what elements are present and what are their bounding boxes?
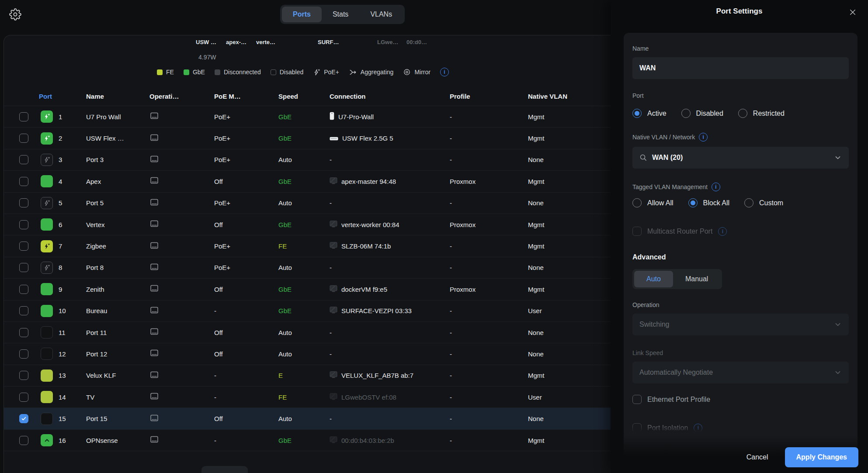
row-checkbox[interactable] xyxy=(19,436,28,445)
row-checkbox[interactable] xyxy=(19,371,28,380)
device-label: USW … xyxy=(196,39,216,45)
info-icon[interactable]: i xyxy=(440,68,449,76)
port-status-icon xyxy=(41,154,53,166)
radio-disabled-control[interactable] xyxy=(681,109,691,118)
switch-device-icon xyxy=(149,349,159,357)
name-input-value: WAN xyxy=(639,64,656,72)
column-header-native-vlan[interactable]: Native VLAN xyxy=(523,93,611,100)
table-row[interactable]: 15Port 15OffAuto--None xyxy=(4,408,611,429)
table-row[interactable]: 9ZenithOffGbEdockerVM f9:e5ProxmoxMgmt xyxy=(4,279,611,300)
port-name: Bureau xyxy=(81,307,144,314)
link-speed-select[interactable]: Automatically Negotiate xyxy=(632,362,849,383)
multicast-checkbox[interactable] xyxy=(632,227,642,236)
connection-name: SURFACE-VEZPI 03:33 xyxy=(341,307,412,314)
connection-name: - xyxy=(330,156,332,163)
table-row[interactable]: 2USW Flex …PoE+GbEUSW Flex 2.5G 5-Mgmt xyxy=(4,128,611,149)
radio-block-all-control[interactable] xyxy=(688,198,698,207)
table-row[interactable]: 14TV-FELGwebOSTV ef:08-User xyxy=(4,387,611,408)
apply-changes-button[interactable]: Apply Changes xyxy=(785,447,858,467)
port-status-icon xyxy=(41,240,53,252)
ethernet-profile-checkbox[interactable] xyxy=(632,395,642,404)
settings-gear-icon[interactable] xyxy=(8,7,23,22)
table-row[interactable]: 1U7 Pro WallPoE+GbEU7-Pro-Wall-Mgmt xyxy=(4,106,611,128)
port-isolation-checkbox[interactable] xyxy=(632,423,642,432)
info-icon[interactable]: i xyxy=(699,133,708,142)
column-header-speed[interactable]: Speed xyxy=(273,93,324,100)
table-row[interactable]: 10Bureau-GbESURFACE-VEZPI 03:33-User xyxy=(4,300,611,322)
poe-mode: PoE+ xyxy=(209,199,273,207)
table-row[interactable]: 8Port 8PoE+Auto--None xyxy=(4,257,611,279)
column-header-profile[interactable]: Profile xyxy=(444,93,523,100)
row-checkbox[interactable] xyxy=(19,263,28,272)
auto-toggle-option[interactable]: Auto xyxy=(634,271,673,287)
port-number: 2 xyxy=(56,135,81,142)
operation-select[interactable]: Switching xyxy=(632,314,849,335)
port-name: Port 12 xyxy=(81,350,144,358)
table-row[interactable]: 4ApexOffGbEapex-master 94:48ProxmoxMgmt xyxy=(4,171,611,192)
table-row[interactable]: 5Port 5PoE+Auto--None xyxy=(4,193,611,214)
radio-allow-all-control[interactable] xyxy=(632,198,642,207)
poe-mode: - xyxy=(209,372,273,379)
port-status-icon xyxy=(41,197,53,209)
switch-device-icon xyxy=(149,220,159,228)
table-row[interactable]: 16OPNsense-GbE00:d0:b4:03:be:2b-Mgmt xyxy=(4,430,611,451)
pagination-button-partial[interactable] xyxy=(201,466,248,473)
tab-ports[interactable]: Ports xyxy=(282,7,322,22)
column-header-name[interactable]: Name xyxy=(81,93,144,100)
connection-icon xyxy=(330,393,337,401)
row-checkbox[interactable] xyxy=(19,414,28,423)
row-checkbox[interactable] xyxy=(19,220,28,229)
name-input[interactable]: WAN xyxy=(632,57,849,79)
radio-custom-control[interactable] xyxy=(744,198,753,207)
column-header-connection[interactable]: Connection xyxy=(324,93,444,100)
table-row[interactable]: 7ZigbeePoE+FESLZB-06M 74:1b-Mgmt xyxy=(4,235,611,257)
row-checkbox[interactable] xyxy=(19,134,28,143)
column-header-operation[interactable]: Operati… xyxy=(144,93,209,100)
row-checkbox[interactable] xyxy=(19,349,28,359)
port-isolation-checkbox-row[interactable]: Port Isolation i xyxy=(632,423,849,432)
radio-allow-all[interactable]: Allow All xyxy=(632,198,674,207)
row-checkbox[interactable] xyxy=(19,177,28,186)
ethernet-port-profile-checkbox-row[interactable]: Ethernet Port Profile xyxy=(632,395,849,404)
row-checkbox[interactable] xyxy=(19,112,28,121)
native-vlan-select[interactable]: WAN (20) xyxy=(632,147,849,169)
row-checkbox[interactable] xyxy=(19,155,28,164)
table-row[interactable]: 6VertexOffGbEvertex-worker 00:84ProxmoxM… xyxy=(4,214,611,235)
row-checkbox[interactable] xyxy=(19,306,28,315)
connection-icon xyxy=(330,177,337,186)
row-checkbox-cell xyxy=(14,134,35,143)
native-vlan: Mgmt xyxy=(523,178,611,185)
port-name: Apex xyxy=(81,178,144,185)
radio-restricted[interactable]: Restricted xyxy=(738,109,785,118)
radio-disabled[interactable]: Disabled xyxy=(681,109,723,118)
port-name: U7 Pro Wall xyxy=(81,113,144,121)
close-icon[interactable] xyxy=(847,7,858,18)
radio-restricted-control[interactable] xyxy=(738,109,747,118)
tab-stats[interactable]: Stats xyxy=(322,7,359,22)
info-icon[interactable]: i xyxy=(712,183,720,191)
row-checkbox[interactable] xyxy=(19,198,28,207)
tab-vlans[interactable]: VLANs xyxy=(359,7,403,22)
radio-block-all[interactable]: Block All xyxy=(688,198,729,207)
row-checkbox[interactable] xyxy=(19,393,28,402)
connection-name: - xyxy=(330,415,332,422)
table-row[interactable]: 12Port 12OffAuto--None xyxy=(4,343,611,365)
radio-custom[interactable]: Custom xyxy=(744,198,783,207)
column-header-poe-mode[interactable]: PoE M… xyxy=(209,93,273,100)
operation-cell xyxy=(144,220,209,229)
manual-toggle-option[interactable]: Manual xyxy=(673,271,720,287)
table-row[interactable]: 11Port 11OffAuto--None xyxy=(4,322,611,343)
radio-active-control[interactable] xyxy=(632,109,642,118)
radio-active[interactable]: Active xyxy=(632,109,667,118)
column-header-port[interactable]: Port xyxy=(35,93,81,100)
operation-cell xyxy=(144,306,209,316)
row-checkbox[interactable] xyxy=(19,242,28,251)
info-icon: i xyxy=(694,424,702,432)
table-row[interactable]: 13Velux KLF-EVELUX_KLF_AB7B ab:7-Mgmt xyxy=(4,365,611,387)
multicast-router-port-checkbox-row[interactable]: Multicast Router Port i xyxy=(632,227,849,236)
row-checkbox[interactable] xyxy=(19,328,28,337)
cancel-button[interactable]: Cancel xyxy=(746,453,768,461)
table-row[interactable]: 3Port 3PoE+Auto--None xyxy=(4,149,611,171)
top-bar: Ports Stats VLANs xyxy=(0,0,611,35)
row-checkbox[interactable] xyxy=(19,285,28,294)
